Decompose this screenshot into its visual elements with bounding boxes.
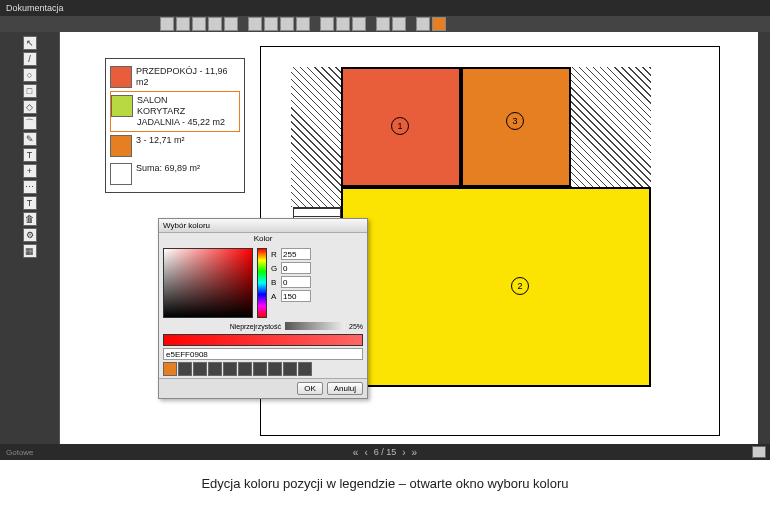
transparency-value: 25% — [349, 323, 363, 330]
status-bar: Gotowe « ‹ 6 / 15 › » — [0, 444, 770, 460]
scrollbar-right[interactable] — [758, 32, 770, 444]
room-label-2: 2 — [511, 277, 529, 295]
a-label: A — [271, 292, 279, 301]
tool-pencil-icon[interactable]: ✎ — [23, 132, 37, 146]
main-area: ↖ / ○ □ ◇ ⌒ ✎ T + ⋯ T 🗑 ⚙ ▦ PRZEDPOKÓJ -… — [0, 32, 770, 444]
tool-grid-icon[interactable]: ▦ — [23, 244, 37, 258]
palette-swatch[interactable] — [238, 362, 252, 376]
r-input[interactable] — [281, 248, 311, 260]
room-2[interactable] — [341, 187, 651, 387]
palette-swatch[interactable] — [268, 362, 282, 376]
hatch-area — [571, 67, 651, 187]
pager-page: 6 / 15 — [374, 447, 397, 457]
tool-arc-icon[interactable]: ⌒ — [23, 116, 37, 130]
pager: « ‹ 6 / 15 › » — [353, 447, 417, 458]
toolbar-icon[interactable] — [160, 17, 174, 31]
toolbar-icon[interactable] — [192, 17, 206, 31]
pager-next-icon[interactable]: › — [402, 447, 405, 458]
legend-item[interactable]: Suma: 69,89 m² — [110, 160, 240, 188]
legend-item[interactable]: PRZEDPOKÓJ - 11,96 m2 — [110, 63, 240, 91]
palette-swatch[interactable] — [283, 362, 297, 376]
toolbar-icon[interactable] — [416, 17, 430, 31]
toolbar-icon[interactable] — [264, 17, 278, 31]
legend-swatch[interactable] — [110, 66, 132, 88]
legend-item[interactable]: 3 - 12,71 m² — [110, 132, 240, 160]
tool-rect-icon[interactable]: □ — [23, 84, 37, 98]
legend-label: 3 - 12,71 m² — [136, 135, 185, 146]
legend-item-selected[interactable]: SALON KORYTARZ JADALNIA - 45,22 m2 — [110, 91, 240, 132]
canvas-area[interactable]: PRZEDPOKÓJ - 11,96 m2 SALON KORYTARZ JAD… — [60, 32, 758, 444]
palette-swatch[interactable] — [193, 362, 207, 376]
toolbar-icon[interactable] — [248, 17, 262, 31]
hex-input[interactable] — [163, 348, 363, 360]
legend-label: Suma: 69,89 m² — [136, 163, 200, 174]
palette-swatch[interactable] — [178, 362, 192, 376]
ok-button[interactable]: OK — [297, 382, 323, 395]
palette-swatch[interactable] — [208, 362, 222, 376]
legend-swatch[interactable] — [110, 163, 132, 185]
legend-label: PRZEDPOKÓJ - 11,96 m2 — [136, 66, 240, 88]
legend-panel: PRZEDPOKÓJ - 11,96 m2 SALON KORYTARZ JAD… — [105, 58, 245, 193]
tool-settings-icon[interactable]: ⚙ — [23, 228, 37, 242]
hatch-area — [291, 67, 341, 207]
g-label: G — [271, 264, 279, 273]
dialog-title: Wybór koloru — [159, 219, 367, 233]
toolbar-icon-highlight[interactable] — [432, 17, 446, 31]
palette-swatch[interactable] — [298, 362, 312, 376]
rgba-inputs: R G B A — [271, 248, 311, 318]
window-title: Dokumentacja — [6, 3, 64, 13]
app-frame: Dokumentacja ↖ / ○ □ ◇ ⌒ ✎ T — [0, 0, 770, 460]
pager-first-icon[interactable]: « — [353, 447, 359, 458]
hue-slider[interactable] — [257, 248, 267, 318]
transparency-label: Nieprzejrzystość — [230, 323, 281, 330]
toolbar-icon[interactable] — [376, 17, 390, 31]
color-picker-dialog[interactable]: Wybór koloru Kolor R G B A Nieprzejrz — [158, 218, 368, 399]
resize-grip-icon[interactable] — [752, 446, 766, 458]
toolbar-icon[interactable] — [296, 17, 310, 31]
toolbar-icon[interactable] — [208, 17, 222, 31]
toolbar-icon[interactable] — [352, 17, 366, 31]
pager-last-icon[interactable]: » — [412, 447, 418, 458]
dialog-subtitle: Kolor — [159, 233, 367, 244]
tool-more-icon[interactable]: ⋯ — [23, 180, 37, 194]
toolbar-icon[interactable] — [224, 17, 238, 31]
pager-prev-icon[interactable]: ‹ — [364, 447, 367, 458]
toolbar-icon[interactable] — [176, 17, 190, 31]
saturation-value-box[interactable] — [163, 248, 253, 318]
legend-label: SALON KORYTARZ JADALNIA - 45,22 m2 — [137, 95, 225, 128]
left-toolbar: ↖ / ○ □ ◇ ⌒ ✎ T + ⋯ T 🗑 ⚙ ▦ — [0, 32, 60, 444]
toolbar-icon[interactable] — [336, 17, 350, 31]
toolbar-icon[interactable] — [280, 17, 294, 31]
room-label-3: 3 — [506, 112, 524, 130]
b-label: B — [271, 278, 279, 287]
a-input[interactable] — [281, 290, 311, 302]
titlebar: Dokumentacja — [0, 0, 770, 16]
tool-line-icon[interactable]: / — [23, 52, 37, 66]
toolbar-icon[interactable] — [392, 17, 406, 31]
figure-caption: Edycja koloru pozycji w legendzie – otwa… — [0, 460, 770, 491]
tool-text2-icon[interactable]: T — [23, 196, 37, 210]
room-label-1: 1 — [391, 117, 409, 135]
palette-swatch[interactable] — [223, 362, 237, 376]
legend-swatch[interactable] — [111, 95, 133, 117]
b-input[interactable] — [281, 276, 311, 288]
top-toolbar — [0, 16, 770, 32]
tool-circle-icon[interactable]: ○ — [23, 68, 37, 82]
palette-row — [163, 362, 363, 376]
tool-polygon-icon[interactable]: ◇ — [23, 100, 37, 114]
cancel-button[interactable]: Anuluj — [327, 382, 363, 395]
tool-text-icon[interactable]: T — [23, 148, 37, 162]
transparency-slider[interactable] — [285, 322, 345, 330]
palette-swatch[interactable] — [253, 362, 267, 376]
toolbar-icon[interactable] — [320, 17, 334, 31]
tool-plus-icon[interactable]: + — [23, 164, 37, 178]
color-preview — [163, 334, 363, 346]
g-input[interactable] — [281, 262, 311, 274]
r-label: R — [271, 250, 279, 259]
legend-swatch[interactable] — [110, 135, 132, 157]
tool-pointer-icon[interactable]: ↖ — [23, 36, 37, 50]
tool-delete-icon[interactable]: 🗑 — [23, 212, 37, 226]
status-text: Gotowe — [6, 448, 34, 457]
palette-swatch[interactable] — [163, 362, 177, 376]
